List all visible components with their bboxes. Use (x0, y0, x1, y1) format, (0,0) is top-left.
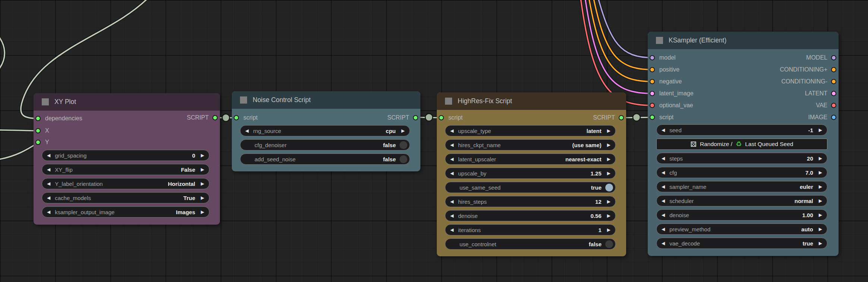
increment-arrow-icon[interactable]: ▶ (607, 213, 610, 218)
node-graph-canvas[interactable]: XY Plot dependencies X Y SCRIPT ◀ grid_s… (0, 0, 868, 282)
node-highres-fix-script[interactable]: HighRes-Fix Script script SCRIPT ◀ upsca… (437, 92, 626, 256)
decrement-arrow-icon[interactable]: ◀ (450, 213, 454, 218)
increment-arrow-icon[interactable]: ▶ (819, 170, 822, 175)
increment-arrow-icon[interactable]: ▶ (401, 129, 405, 133)
collapse-icon[interactable] (656, 37, 663, 44)
increment-arrow-icon[interactable]: ▶ (607, 129, 610, 133)
node-xy-plot[interactable]: XY Plot dependencies X Y SCRIPT ◀ grid_s… (34, 93, 220, 225)
increment-arrow-icon[interactable]: ▶ (201, 181, 204, 186)
decrement-arrow-icon[interactable]: ◀ (450, 199, 454, 204)
decrement-arrow-icon[interactable]: ◀ (450, 129, 454, 133)
increment-arrow-icon[interactable]: ▶ (819, 156, 822, 161)
input-port-dot[interactable] (650, 103, 655, 108)
widget-denoise[interactable]: ◀ denoise 0.56 ▶ (445, 210, 616, 221)
widget-rng-source[interactable]: ◀ rng_source cpu ▶ (240, 125, 410, 136)
input-port-dot[interactable] (650, 115, 655, 120)
output-port-dot[interactable] (831, 103, 836, 108)
widget-seed[interactable]: ◀ seed -1 ▶ (656, 124, 827, 136)
input-port-dot[interactable] (35, 128, 41, 133)
widget-scheduler[interactable]: ◀ scheduler normal ▶ (656, 195, 827, 206)
decrement-arrow-icon[interactable]: ◀ (245, 129, 249, 133)
decrement-arrow-icon[interactable]: ◀ (662, 128, 665, 132)
link-midpoint-dot[interactable] (425, 114, 433, 121)
output-port-dot[interactable] (831, 55, 836, 60)
increment-arrow-icon[interactable]: ▶ (607, 171, 610, 175)
widget-hires-ckpt-name[interactable]: ◀ hires_ckpt_name (use same) ▶ (445, 139, 616, 150)
decrement-arrow-icon[interactable]: ◀ (47, 181, 50, 186)
output-port-dot[interactable] (619, 115, 624, 120)
decrement-arrow-icon[interactable]: ◀ (662, 184, 665, 189)
widget-latent-upscaler[interactable]: ◀ latent_upscaler nearest-exact ▶ (445, 153, 616, 165)
widget-cfg-denoiser[interactable]: cfg_denoiser false (240, 139, 410, 150)
output-port-dot[interactable] (212, 115, 218, 120)
output-port-dot[interactable] (831, 79, 836, 84)
node-header[interactable]: HighRes-Fix Script (437, 92, 626, 110)
increment-arrow-icon[interactable]: ▶ (819, 128, 822, 132)
widget-cache-models[interactable]: ◀ cache_models True ▶ (42, 192, 209, 203)
node-header[interactable]: Noise Control Script (232, 91, 420, 109)
decrement-arrow-icon[interactable]: ◀ (47, 196, 50, 200)
node-noise-control-script[interactable]: Noise Control Script script SCRIPT ◀ rng… (232, 91, 420, 171)
decrement-arrow-icon[interactable]: ◀ (662, 156, 665, 161)
decrement-arrow-icon[interactable]: ◀ (662, 227, 665, 231)
widget-sampler-name[interactable]: ◀ sampler_name euler ▶ (656, 181, 827, 192)
collapse-icon[interactable] (445, 98, 452, 105)
widget-use-same-seed[interactable]: use_same_seed true (445, 182, 616, 193)
decrement-arrow-icon[interactable]: ◀ (47, 153, 50, 158)
node-ksampler-efficient[interactable]: KSampler (Efficient) model positive nega… (648, 32, 839, 256)
input-port-dot[interactable] (650, 67, 655, 72)
decrement-arrow-icon[interactable]: ◀ (450, 171, 454, 175)
widget-xy-flip[interactable]: ◀ XY_flip False ▶ (42, 164, 209, 175)
output-port-dot[interactable] (831, 115, 836, 120)
toggle-circle[interactable] (400, 141, 407, 149)
decrement-arrow-icon[interactable]: ◀ (662, 241, 665, 245)
node-header[interactable]: XY Plot (34, 93, 220, 111)
link-midpoint-dot[interactable] (222, 114, 230, 121)
toggle-circle[interactable] (605, 184, 613, 191)
widget-hires-steps[interactable]: ◀ hires_steps 12 ▶ (445, 196, 616, 207)
decrement-arrow-icon[interactable]: ◀ (662, 170, 665, 175)
decrement-arrow-icon[interactable]: ◀ (450, 157, 454, 161)
input-port-dot[interactable] (439, 115, 444, 120)
increment-arrow-icon[interactable]: ▶ (607, 143, 610, 147)
input-port-dot[interactable] (650, 55, 655, 60)
widget-y-label-orientation[interactable]: ◀ Y_label_orientation Horizontal ▶ (42, 178, 209, 189)
decrement-arrow-icon[interactable]: ◀ (662, 213, 665, 217)
increment-arrow-icon[interactable]: ▶ (607, 157, 610, 161)
widget-ksampler-output-image[interactable]: ◀ ksampler_output_image Images ▶ (42, 206, 209, 218)
seed-control-button[interactable]: ⚄ Randomize / ♻ Last Queued Seed (656, 139, 827, 150)
widget-vae-decode[interactable]: ◀ vae_decode true ▶ (656, 238, 827, 249)
output-port-dot[interactable] (413, 115, 418, 120)
output-port-dot[interactable] (831, 67, 836, 72)
decrement-arrow-icon[interactable]: ◀ (450, 143, 454, 147)
increment-arrow-icon[interactable]: ▶ (819, 213, 822, 217)
increment-arrow-icon[interactable]: ▶ (201, 210, 204, 214)
widget-use-controlnet[interactable]: use_controlnet false (445, 238, 616, 250)
increment-arrow-icon[interactable]: ▶ (819, 241, 822, 245)
input-port-dot[interactable] (35, 140, 41, 145)
widget-grid-spacing[interactable]: ◀ grid_spacing 0 ▶ (42, 150, 209, 161)
widget-upscale-type[interactable]: ◀ upscale_type latent ▶ (445, 125, 616, 136)
widget-upscale-by[interactable]: ◀ upscale_by 1.25 ▶ (445, 168, 616, 179)
output-port-dot[interactable] (831, 91, 836, 96)
increment-arrow-icon[interactable]: ▶ (819, 184, 822, 189)
increment-arrow-icon[interactable]: ▶ (201, 196, 204, 200)
widget-steps[interactable]: ◀ steps 20 ▶ (656, 153, 827, 164)
increment-arrow-icon[interactable]: ▶ (607, 228, 610, 232)
decrement-arrow-icon[interactable]: ◀ (662, 199, 665, 203)
node-header[interactable]: KSampler (Efficient) (648, 32, 839, 49)
input-port-dot[interactable] (35, 116, 41, 121)
increment-arrow-icon[interactable]: ▶ (201, 153, 204, 158)
link-midpoint-dot[interactable] (633, 114, 640, 121)
increment-arrow-icon[interactable]: ▶ (201, 167, 204, 172)
decrement-arrow-icon[interactable]: ◀ (450, 228, 454, 232)
widget-preview-method[interactable]: ◀ preview_method auto ▶ (656, 224, 827, 235)
input-port-dot[interactable] (650, 79, 655, 84)
increment-arrow-icon[interactable]: ▶ (607, 199, 610, 204)
widget-iterations[interactable]: ◀ iterations 1 ▶ (445, 224, 616, 235)
increment-arrow-icon[interactable]: ▶ (819, 199, 822, 203)
toggle-circle[interactable] (400, 155, 407, 163)
input-port-dot[interactable] (650, 91, 655, 96)
widget-cfg[interactable]: ◀ cfg 7.0 ▶ (656, 167, 827, 178)
widget-denoise[interactable]: ◀ denoise 1.00 ▶ (656, 209, 827, 221)
